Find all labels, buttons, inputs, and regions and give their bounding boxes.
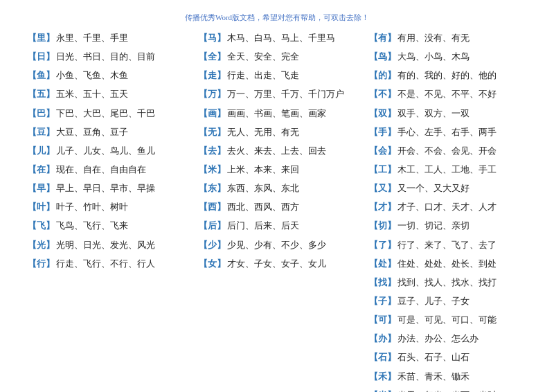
entry-key: 【里】 [28,31,55,45]
entry-key: 【才】 [369,200,396,214]
list-item: 【鸟】大鸟、小鸟、木鸟 [369,50,526,64]
entry-value: 住处、处处、处长、到处 [397,257,526,271]
list-item: 【西】西北、西风、西方 [199,200,356,214]
entry-key: 【手】 [369,125,396,139]
entry-key: 【处】 [369,257,396,271]
entry-key: 【西】 [199,200,226,214]
entry-value: 日光、书日、目的、目前 [56,50,185,64]
list-item: 【找】找到、找人、找水、找打 [369,276,526,289]
entry-value: 才女、子女、女子、女儿 [227,257,356,271]
entry-key: 【禾】 [369,370,396,384]
entry-key: 【全】 [199,50,226,64]
entry-key: 【儿】 [28,144,55,158]
entry-key: 【了】 [369,238,396,252]
entry-value: 全天、安全、完全 [227,50,356,64]
entry-value: 飞鸟、飞行、飞来 [56,219,185,233]
entry-key: 【后】 [199,219,226,233]
entry-key: 【鱼】 [28,69,55,82]
entry-key: 【当】 [369,389,396,392]
top-banner: 传播优秀Word版文档，希望对您有帮助，可双击去除！ [0,0,554,31]
entry-key: 【光】 [28,238,55,252]
list-item: 【办】办法、办公、怎么办 [369,332,526,346]
entry-value: 万一、万里、千万、千门万户 [227,87,356,101]
entry-key: 【米】 [199,163,226,177]
column-3: 【有】有用、没有、有无【鸟】大鸟、小鸟、木鸟【的】有的、我的、好的、他的【不】不… [362,31,533,392]
list-item: 【万】万一、万里、千万、千门万户 [199,87,356,101]
entry-value: 又一个、又大又好 [397,181,526,195]
list-item: 【女】才女、子女、女子、女儿 [199,257,356,271]
list-item: 【五】五米、五十、五天 [28,87,185,101]
entry-value: 才子、口才、天才、人才 [397,200,526,214]
list-item: 【石】石头、石子、山石 [369,350,526,364]
list-item: 【鱼】小鱼、飞鱼、木鱼 [28,69,185,82]
entry-value: 行走、出走、飞走 [227,69,356,82]
entry-key: 【无】 [199,125,226,139]
entry-value: 西北、西风、西方 [227,200,356,214]
entry-value: 木马、白马、马上、千里马 [227,31,356,45]
entry-value: 找到、找人、找水、找打 [397,276,526,289]
list-item: 【全】全天、安全、完全 [199,50,356,64]
list-item: 【才】才子、口才、天才、人才 [369,200,526,214]
list-item: 【又】又一个、又大又好 [369,181,526,195]
list-item: 【画】画画、书画、笔画、画家 [199,107,356,121]
list-item: 【的】有的、我的、好的、他的 [369,69,526,82]
entry-value: 小鱼、飞鱼、木鱼 [56,69,185,82]
entry-key: 【马】 [199,31,226,45]
list-item: 【双】双手、双方、一双 [369,107,526,121]
entry-key: 【的】 [369,69,396,82]
entry-value: 开会、不会、会见、开会 [397,144,526,158]
entry-value: 石头、石子、山石 [397,350,526,364]
entry-value: 禾苗、青禾、锄禾 [397,370,526,384]
entry-value: 行了、来了、飞了、去了 [397,238,526,252]
entry-value: 光明、日光、发光、风光 [56,238,185,252]
entry-key: 【画】 [199,107,226,121]
list-item: 【切】一切、切记、亲切 [369,219,526,233]
entry-key: 【在】 [28,163,55,177]
entry-value: 五米、五十、五天 [56,87,185,101]
entry-key: 【不】 [369,87,396,101]
entry-value: 大鸟、小鸟、木鸟 [397,50,526,64]
entry-key: 【有】 [369,31,396,45]
list-item: 【了】行了、来了、飞了、去了 [369,238,526,252]
list-item: 【叶】叶子、竹叶、树叶 [28,200,185,214]
list-item: 【手】手心、左手、右手、两手 [369,125,526,139]
entry-value: 画画、书画、笔画、画家 [227,107,356,121]
list-item: 【走】行走、出走、飞走 [199,69,356,82]
entry-key: 【工】 [369,163,396,177]
entry-value: 儿子、儿女、鸟儿、鱼儿 [56,144,185,158]
list-item: 【米】上米、本来、来回 [199,163,356,177]
entry-value: 手心、左手、右手、两手 [397,125,526,139]
list-item: 【无】无人、无用、有无 [199,125,356,139]
entry-value: 叶子、竹叶、树叶 [56,200,185,214]
entry-value: 双手、双方、一双 [397,107,526,121]
list-item: 【行】行走、飞行、不行、行人 [28,257,185,271]
list-item: 【后】后门、后来、后天 [199,219,356,233]
entry-value: 后门、后来、后天 [227,219,356,233]
list-item: 【光】光明、日光、发光、风光 [28,238,185,252]
column-2: 【马】木马、白马、马上、千里马【全】全天、安全、完全【走】行走、出走、飞走【万】… [192,31,363,392]
list-item: 【子】豆子、儿子、子女 [369,294,526,308]
entry-value: 早上、早日、早市、早操 [56,181,185,195]
entry-value: 不是、不见、不平、不好 [397,87,526,101]
list-item: 【豆】大豆、豆角、豆子 [28,125,185,139]
list-item: 【马】木马、白马、马上、千里马 [199,31,356,45]
entry-key: 【去】 [199,144,226,158]
entry-key: 【子】 [369,294,396,308]
entry-value: 现在、自在、自由自在 [56,163,185,177]
list-item: 【儿】儿子、儿女、鸟儿、鱼儿 [28,144,185,158]
entry-value: 永里、千里、手里 [56,31,185,45]
entry-key: 【万】 [199,87,226,101]
entry-key: 【日】 [28,50,55,64]
entry-key: 【早】 [28,181,55,195]
column-1: 【里】永里、千里、手里【日】日光、书日、目的、目前【鱼】小鱼、飞鱼、木鱼【五】五… [21,31,192,392]
list-item: 【在】现在、自在、自由自在 [28,163,185,177]
entry-key: 【又】 [369,181,396,195]
entry-key: 【东】 [199,181,226,195]
entry-value: 下巴、大巴、尾巴、千巴 [56,107,185,121]
entry-key: 【叶】 [28,200,55,214]
entry-value: 少见、少有、不少、多少 [227,238,356,252]
list-item: 【处】住处、处处、处长、到处 [369,257,526,271]
entry-key: 【会】 [369,144,396,158]
list-item: 【早】早上、早日、早市、早操 [28,181,185,195]
entry-value: 一切、切记、亲切 [397,219,526,233]
